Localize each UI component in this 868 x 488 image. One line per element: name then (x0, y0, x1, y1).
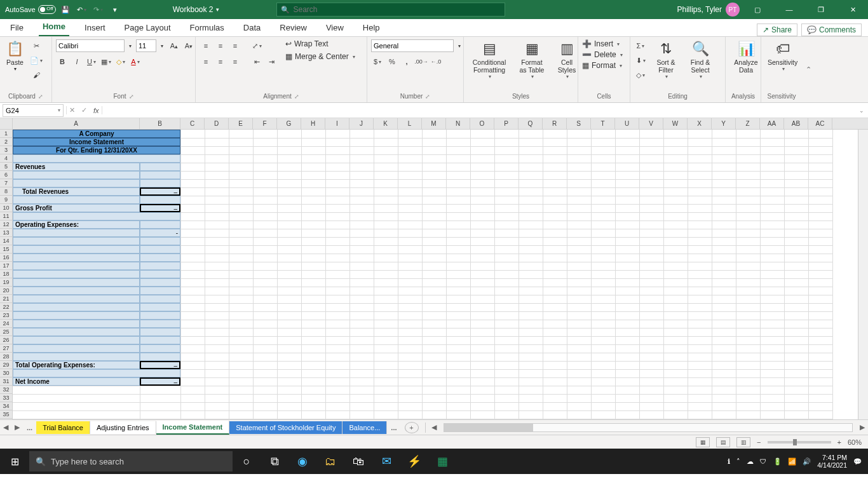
cell-row11[interactable] (13, 212, 180, 220)
collapse-ribbon-button[interactable]: ⌃ (802, 37, 815, 102)
row-header[interactable]: 35 (0, 410, 13, 419)
cell-empty[interactable] (13, 320, 140, 328)
row-header[interactable]: 25 (0, 328, 13, 336)
cell-empty[interactable] (13, 328, 140, 336)
cell-empty[interactable] (140, 311, 180, 320)
fx-icon[interactable]: fx (93, 107, 99, 114)
tab-page-layout[interactable]: Page Layout (121, 20, 175, 36)
cancel-formula-icon[interactable]: ✕ (69, 106, 75, 114)
tab-trial-balance[interactable]: Trial Balance (36, 421, 90, 434)
app-icon[interactable]: ⚡ (400, 449, 428, 474)
cell-total-revenues-val[interactable]: – (140, 187, 180, 196)
align-right-button[interactable]: ≡ (229, 55, 241, 68)
increase-decimal-button[interactable]: .00→ (415, 55, 428, 68)
save-icon[interactable]: 💾 (58, 3, 72, 17)
row-header[interactable]: 15 (0, 245, 13, 254)
fill-color-button[interactable]: ◇ (114, 55, 127, 68)
row-header[interactable]: 19 (0, 278, 13, 287)
font-launcher[interactable]: ⤢ (129, 93, 134, 100)
cell-net-income-val[interactable]: – (140, 377, 180, 386)
format-cells-button[interactable]: ▦ Format (582, 61, 622, 70)
column-header[interactable]: Y (712, 118, 736, 129)
notifications-icon[interactable]: 💬 (853, 458, 862, 466)
cell-empty[interactable] (13, 303, 140, 311)
column-header[interactable]: V (639, 118, 663, 129)
column-header[interactable]: R (543, 118, 567, 129)
qat-customize-icon[interactable]: ▾ (108, 3, 122, 17)
cell-empty[interactable] (13, 311, 140, 320)
bold-button[interactable]: B (56, 55, 69, 68)
wifi-icon[interactable]: 📶 (788, 458, 796, 466)
clock[interactable]: 7:41 PM 4/14/2021 (817, 454, 847, 469)
cell-empty[interactable] (13, 278, 140, 287)
tab-adjusting-entries[interactable]: Adjusting Entries (90, 421, 156, 434)
task-view-icon[interactable]: ⧉ (261, 449, 288, 474)
alignment-launcher[interactable]: ⤢ (294, 93, 299, 100)
cell-empty[interactable] (140, 344, 180, 353)
row-header[interactable]: 5 (0, 163, 13, 171)
row-header[interactable]: 27 (0, 344, 13, 353)
row-header[interactable]: 32 (0, 386, 13, 394)
format-as-table-button[interactable]: ▦Format as Table (515, 39, 549, 81)
enter-formula-icon[interactable]: ✓ (81, 106, 87, 114)
sheet-tabs-ellipsis[interactable]: ... (387, 424, 400, 431)
formula-expand-icon[interactable]: ⌄ (855, 107, 868, 114)
decrease-decimal-button[interactable]: ←.0 (430, 55, 442, 68)
decrease-indent-button[interactable]: ⇤ (250, 55, 263, 68)
font-size-dropdown[interactable]: ▾ (158, 39, 166, 52)
autosave-off-icon[interactable]: Off (38, 5, 56, 14)
row-header[interactable]: 4 (0, 154, 13, 163)
column-header[interactable]: J (349, 118, 374, 129)
hscroll-right[interactable]: ▶ (857, 423, 868, 431)
number-launcher[interactable]: ⤢ (425, 93, 430, 100)
cell-empty[interactable] (140, 237, 180, 245)
row-header[interactable]: 18 (0, 270, 13, 278)
cell-b5[interactable] (140, 163, 180, 171)
font-name-input[interactable] (56, 39, 125, 52)
tab-formulas[interactable]: Formulas (186, 20, 228, 36)
increase-indent-button[interactable]: ⇥ (265, 55, 278, 68)
sheet-nav-prev[interactable]: ◀ (0, 423, 11, 431)
row-header[interactable]: 24 (0, 320, 13, 328)
font-color-button[interactable]: A (129, 55, 142, 68)
name-box[interactable]: G24▾ (3, 104, 64, 117)
view-page-break-button[interactable]: ▥ (736, 437, 750, 447)
column-header[interactable]: K (374, 118, 398, 129)
delete-cells-button[interactable]: ➖ Delete (582, 50, 623, 59)
cell-empty[interactable] (13, 336, 140, 344)
row-header[interactable]: 2 (0, 138, 13, 146)
view-normal-button[interactable]: ▦ (696, 437, 710, 447)
cell-b9[interactable] (140, 196, 180, 204)
align-center-button[interactable]: ≡ (214, 55, 227, 68)
cell-empty[interactable] (13, 262, 140, 270)
cell-empty[interactable] (13, 245, 140, 254)
row-header[interactable]: 7 (0, 179, 13, 187)
hscroll-left[interactable]: ◀ (428, 423, 440, 431)
cell-b7[interactable] (140, 179, 180, 187)
column-header[interactable]: M (422, 118, 446, 129)
maximize-button[interactable]: ❐ (807, 0, 835, 19)
column-header[interactable]: AC (808, 118, 832, 129)
clipboard-launcher[interactable]: ⤢ (38, 93, 43, 100)
comma-format-button[interactable]: , (400, 55, 413, 68)
redo-button[interactable]: ↷ (92, 3, 105, 17)
column-header[interactable]: D (205, 118, 229, 129)
row-header[interactable]: 22 (0, 303, 13, 311)
cell-b6[interactable] (140, 171, 180, 179)
store-icon[interactable]: 🛍 (344, 449, 372, 474)
cell-gross-profit-val[interactable]: – (140, 204, 180, 212)
row-header[interactable]: 23 (0, 311, 13, 320)
cell-a9[interactable] (13, 196, 140, 204)
workbook-title[interactable]: Workbook 2▾ (173, 5, 219, 14)
tab-file[interactable]: File (6, 20, 27, 36)
autosave-toggle[interactable]: AutoSave Off (5, 5, 56, 14)
vertical-scrollbar[interactable] (858, 130, 868, 419)
cell-row31[interactable] (13, 369, 180, 377)
cell-empty[interactable] (140, 328, 180, 336)
cell-net-income[interactable]: Net Income (13, 377, 140, 386)
align-top-button[interactable]: ≡ (200, 39, 212, 52)
cell-total-revenues[interactable]: Total Revenues (13, 187, 140, 196)
row-header[interactable]: 1 (0, 130, 13, 138)
cell-empty[interactable] (140, 245, 180, 254)
conditional-formatting-button[interactable]: ▤Conditional Formatting (468, 39, 511, 81)
